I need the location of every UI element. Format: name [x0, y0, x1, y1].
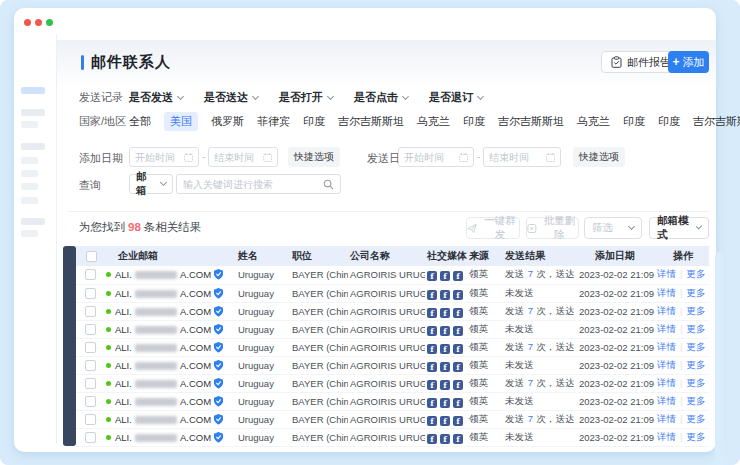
- search-input[interactable]: [183, 179, 323, 190]
- send-filter-item-1[interactable]: 是否送达: [204, 90, 258, 105]
- row-checkbox[interactable]: [85, 324, 96, 335]
- detail-link[interactable]: 详情: [657, 341, 676, 352]
- facebook-icon[interactable]: f: [440, 308, 450, 318]
- row-checkbox[interactable]: [85, 342, 96, 353]
- facebook-icon[interactable]: f: [440, 344, 450, 354]
- query-field-select[interactable]: 邮箱: [129, 174, 173, 194]
- country-option[interactable]: 菲律宾: [257, 114, 290, 129]
- search-input-box[interactable]: [176, 174, 341, 194]
- more-link[interactable]: 更多: [686, 395, 709, 406]
- send-date-quick-button[interactable]: 快捷选项: [573, 147, 625, 167]
- bulk-delete-button[interactable]: 批量删除: [526, 217, 579, 239]
- facebook-icon[interactable]: f: [453, 271, 463, 281]
- add-date-start-input[interactable]: [129, 147, 199, 167]
- detail-link[interactable]: 详情: [657, 395, 676, 406]
- add-date-quick-button[interactable]: 快捷选项: [288, 147, 340, 167]
- sidebar-skeleton-item[interactable]: [21, 170, 38, 177]
- country-option[interactable]: 吉尔吉斯斯坦: [338, 114, 404, 129]
- detail-link[interactable]: 详情: [657, 305, 676, 316]
- detail-link[interactable]: 详情: [657, 431, 676, 442]
- shield-check-icon[interactable]: [214, 432, 223, 443]
- sidebar-skeleton-item[interactable]: [21, 143, 45, 150]
- row-checkbox[interactable]: [85, 288, 96, 299]
- row-checkbox[interactable]: [85, 269, 96, 280]
- more-link[interactable]: 更多: [686, 287, 709, 298]
- facebook-icon[interactable]: f: [453, 362, 463, 372]
- facebook-icon[interactable]: f: [453, 290, 463, 300]
- table-scrollbar-thumb[interactable]: [63, 246, 76, 446]
- facebook-icon[interactable]: f: [453, 398, 463, 408]
- facebook-icon[interactable]: f: [453, 308, 463, 318]
- detail-link[interactable]: 详情: [657, 377, 676, 388]
- send-filter-item-3[interactable]: 是否点击: [354, 90, 408, 105]
- facebook-icon[interactable]: f: [440, 362, 450, 372]
- sidebar-skeleton-item[interactable]: [21, 218, 45, 225]
- country-option[interactable]: 吉尔吉斯斯坦: [498, 114, 564, 129]
- more-link[interactable]: 更多: [686, 341, 709, 352]
- facebook-icon[interactable]: f: [427, 416, 437, 426]
- facebook-icon[interactable]: f: [427, 326, 437, 336]
- country-option[interactable]: 全部: [129, 114, 151, 129]
- sidebar-skeleton-item[interactable]: [21, 121, 38, 128]
- more-link[interactable]: 更多: [686, 431, 709, 442]
- send-filter-item-2[interactable]: 是否打开: [279, 90, 333, 105]
- facebook-icon[interactable]: f: [453, 434, 463, 444]
- row-checkbox[interactable]: [85, 432, 96, 443]
- add-date-end-field[interactable]: [214, 152, 263, 163]
- add-date-start-field[interactable]: [135, 152, 184, 163]
- row-checkbox[interactable]: [85, 396, 96, 407]
- add-date-end-input[interactable]: [208, 147, 278, 167]
- vertical-scrollbar-track[interactable]: [715, 252, 724, 465]
- facebook-icon[interactable]: f: [427, 290, 437, 300]
- country-option[interactable]: 乌克兰: [577, 114, 610, 129]
- facebook-icon[interactable]: f: [427, 434, 437, 444]
- add-button[interactable]: + 添加: [668, 51, 709, 73]
- country-option[interactable]: 乌克兰: [417, 114, 450, 129]
- country-option[interactable]: 俄罗斯: [211, 114, 244, 129]
- filter-select[interactable]: 筛选: [584, 217, 642, 239]
- facebook-icon[interactable]: f: [427, 380, 437, 390]
- facebook-icon[interactable]: f: [427, 308, 437, 318]
- row-checkbox[interactable]: [85, 378, 96, 389]
- facebook-icon[interactable]: f: [427, 362, 437, 372]
- facebook-icon[interactable]: f: [427, 344, 437, 354]
- window-close-dot[interactable]: [24, 19, 31, 26]
- detail-link[interactable]: 详情: [657, 359, 676, 370]
- more-link[interactable]: 更多: [686, 268, 709, 279]
- facebook-icon[interactable]: f: [440, 290, 450, 300]
- facebook-icon[interactable]: f: [427, 271, 437, 281]
- sidebar-skeleton-item[interactable]: [21, 157, 38, 164]
- shield-check-icon[interactable]: [214, 396, 223, 407]
- bulk-send-button[interactable]: 一键群发: [466, 217, 520, 239]
- send-date-end-field[interactable]: [489, 152, 546, 163]
- row-checkbox[interactable]: [85, 414, 96, 425]
- detail-link[interactable]: 详情: [657, 287, 676, 298]
- shield-check-icon[interactable]: [214, 414, 223, 425]
- send-filter-item-0[interactable]: 是否发送: [129, 90, 183, 105]
- shield-check-icon[interactable]: [214, 306, 223, 317]
- country-option[interactable]: 印度: [303, 114, 325, 129]
- sidebar-skeleton-item[interactable]: [21, 230, 38, 237]
- window-minimize-dot[interactable]: [35, 19, 42, 26]
- more-link[interactable]: 更多: [686, 323, 709, 334]
- shield-check-icon[interactable]: [214, 269, 223, 280]
- facebook-icon[interactable]: f: [453, 326, 463, 336]
- more-link[interactable]: 更多: [686, 413, 709, 424]
- mode-select[interactable]: 邮箱模式: [649, 217, 709, 239]
- facebook-icon[interactable]: f: [440, 380, 450, 390]
- row-checkbox[interactable]: [85, 360, 96, 371]
- select-all-checkbox[interactable]: [86, 251, 97, 262]
- facebook-icon[interactable]: f: [427, 398, 437, 408]
- shield-check-icon[interactable]: [214, 324, 223, 335]
- more-link[interactable]: 更多: [686, 377, 709, 388]
- shield-check-icon[interactable]: [214, 360, 223, 371]
- facebook-icon[interactable]: f: [453, 416, 463, 426]
- shield-check-icon[interactable]: [214, 288, 223, 299]
- country-option[interactable]: 印度: [658, 114, 680, 129]
- facebook-icon[interactable]: f: [440, 434, 450, 444]
- send-date-end-input[interactable]: [483, 147, 561, 167]
- facebook-icon[interactable]: f: [453, 380, 463, 390]
- row-checkbox[interactable]: [85, 306, 96, 317]
- country-option[interactable]: 印度: [463, 114, 485, 129]
- facebook-icon[interactable]: f: [453, 344, 463, 354]
